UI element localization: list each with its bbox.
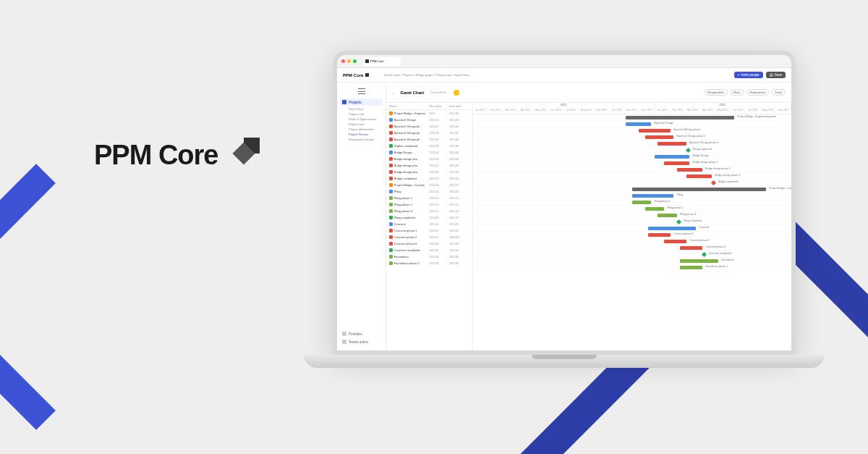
- sidebar-sub-deliverables[interactable]: Project deliverables: [340, 127, 383, 132]
- gantt-bar[interactable]: [680, 246, 702, 250]
- sidebar-item-projects[interactable]: Projects: [340, 98, 383, 106]
- gantt-bar[interactable]: [632, 194, 673, 198]
- minimize-window-icon[interactable]: [347, 59, 351, 63]
- gantt-bar[interactable]: [664, 161, 689, 165]
- browser-tab[interactable]: PPM Core: [363, 57, 401, 66]
- task-row[interactable]: Concrete phase 32022-032022-04: [386, 240, 472, 247]
- gantt-row: Foundation: [473, 258, 791, 264]
- gantt-bar[interactable]: [658, 214, 676, 217]
- maximize-window-icon[interactable]: [353, 59, 357, 63]
- month-label: Sep 2021: [595, 109, 610, 114]
- breadcrumb[interactable]: Tenant name › Projects › Bridge project …: [383, 73, 733, 77]
- gantt-bar[interactable]: [686, 175, 712, 178]
- task-row[interactable]: Project Bridge - Enginee20212022-06: [386, 110, 472, 117]
- save-button[interactable]: ▤Save: [766, 72, 786, 78]
- gantt-bar[interactable]: [632, 201, 651, 204]
- task-row[interactable]: Bridge completed2021-102021-10: [386, 175, 472, 182]
- gantt-bar-label: Epactech Design: [655, 122, 673, 125]
- task-row[interactable]: Piling phase 32021-122022-01: [386, 208, 472, 214]
- gantt-bar[interactable]: [658, 142, 686, 146]
- gantt-bar[interactable]: [632, 188, 766, 191]
- task-start: 2022-04: [430, 249, 450, 252]
- gantt-bar[interactable]: [648, 233, 671, 237]
- sidebar-sub-card[interactable]: Project card: [340, 112, 383, 117]
- gantt-bar[interactable]: [639, 129, 671, 133]
- task-row[interactable]: Bridge design pha2021-072021-09: [386, 162, 472, 169]
- month-label: Apr 2021: [519, 109, 534, 114]
- gantt-bar[interactable]: [677, 168, 702, 172]
- sidebar-sub-risks[interactable]: Risks & Opportunities: [340, 117, 383, 122]
- task-color-swatch: [389, 183, 393, 187]
- timeline[interactable]: 20212022 Jan 2021Feb 2021Mar 2021Apr 202…: [473, 103, 791, 350]
- gantt-row: Piling phase 3: [473, 212, 791, 219]
- critical-path-toggle[interactable]: Critical Path...: [430, 91, 448, 94]
- page-title: Gantt Chart: [400, 91, 424, 95]
- task-color-swatch: [389, 118, 393, 122]
- task-row[interactable]: Bridge design pha2021-062021-08: [386, 156, 472, 162]
- sidebar-sub-team[interactable]: Project team: [340, 122, 383, 127]
- task-start: 2021-02: [430, 125, 450, 128]
- task-end: 2021-10: [449, 171, 469, 174]
- sidebar-sub-gantt[interactable]: Gantt Chart: [340, 106, 383, 112]
- gantt-bar-label: Concrete phase 1: [673, 232, 694, 235]
- milestone-icon[interactable]: [702, 252, 707, 257]
- sidebar-item-portfolios[interactable]: Portfolios: [340, 330, 383, 337]
- task-row[interactable]: Foundation2022-042022-06: [386, 253, 472, 260]
- gantt-area: Name Start date End date Project Bridge …: [386, 103, 791, 350]
- gantt-bar[interactable]: [664, 240, 686, 243]
- invite-people-button[interactable]: +Invite people: [734, 72, 763, 78]
- task-color-swatch: [389, 144, 393, 148]
- chip-plans[interactable]: Plans: [730, 89, 744, 96]
- sidebar-sub-phases[interactable]: Project Phases: [340, 132, 383, 137]
- task-row[interactable]: Concrete2022-012022-04: [386, 221, 472, 227]
- task-row[interactable]: Bridge Design2021-052021-08: [386, 149, 472, 156]
- task-row[interactable]: Geplan completed2021-062021-06: [386, 143, 472, 149]
- expand-icon[interactable]: ‹›: [392, 91, 394, 95]
- task-row[interactable]: Piling phase 22021-112021-12: [386, 201, 472, 208]
- task-row[interactable]: Concrete phase 22022-022022-03: [386, 234, 472, 240]
- gantt-bar[interactable]: [648, 227, 696, 230]
- task-end: 2022-05: [449, 262, 469, 265]
- gantt-bar[interactable]: [680, 259, 718, 263]
- gantt-bar[interactable]: [680, 266, 702, 269]
- gantt-row: Design approved: [473, 147, 791, 154]
- close-window-icon[interactable]: [341, 59, 345, 63]
- hamburger-icon[interactable]: [358, 88, 365, 94]
- task-row[interactable]: Epactech Design2021-012021-03: [386, 117, 472, 123]
- gantt-bar[interactable]: [626, 122, 651, 126]
- decorative-ribbon-left: [0, 164, 169, 430]
- gantt-bar[interactable]: [645, 207, 664, 211]
- gantt-row: Project Bridge - Construction phase: [473, 186, 791, 193]
- tab-label: PPM Core: [370, 59, 383, 63]
- task-row[interactable]: Piling phase 12021-102021-11: [386, 195, 472, 201]
- gantt-bar-label: Design approved: [693, 148, 712, 151]
- gantt-bar[interactable]: [626, 116, 734, 119]
- sidebar-sub-workspace[interactable]: Workspace settings: [340, 137, 383, 142]
- milestone-icon[interactable]: [686, 148, 691, 153]
- task-row[interactable]: Foundation phase 12022-042022-05: [386, 260, 472, 266]
- task-row[interactable]: Project Bridge - Constru2021-092022-07: [386, 182, 472, 188]
- chip-responsible[interactable]: Responsible: [705, 89, 728, 96]
- chip-dependents[interactable]: Dependents: [746, 89, 770, 96]
- task-row[interactable]: Concrete phase 12022-012022-02: [386, 227, 472, 234]
- gantt-bar-label: Epactech Design phase 2: [677, 135, 706, 138]
- milestone-icon[interactable]: [711, 180, 716, 185]
- task-row[interactable]: Epactech Design ph2021-042021-06: [386, 136, 472, 143]
- task-row[interactable]: Bridge design pha2021-082021-10: [386, 169, 472, 175]
- task-name: Bridge Design: [394, 151, 430, 154]
- gantt-bar[interactable]: [645, 135, 674, 139]
- task-row[interactable]: Epactech Design ph2021-022021-04: [386, 123, 472, 130]
- task-row[interactable]: Piling completed2022-012022-01: [386, 214, 472, 221]
- task-start: 2021-06: [430, 158, 450, 161]
- task-start: 2021-03: [430, 132, 450, 135]
- task-row[interactable]: Piling2021-102022-01: [386, 188, 472, 195]
- gantt-bar-label: Piling phase 2: [667, 206, 683, 209]
- task-end: 2021-05: [449, 132, 469, 135]
- sidebar-item-tenant[interactable]: Tenant admin: [340, 338, 383, 345]
- task-row[interactable]: Concrete completed2022-042022-04: [386, 247, 472, 253]
- task-row[interactable]: Epactech Design ph2021-032021-05: [386, 130, 472, 136]
- month-label: Jul 2021: [564, 109, 579, 114]
- gantt-bar[interactable]: [655, 155, 689, 159]
- chip-track[interactable]: Track: [771, 89, 786, 96]
- milestone-icon[interactable]: [676, 219, 681, 224]
